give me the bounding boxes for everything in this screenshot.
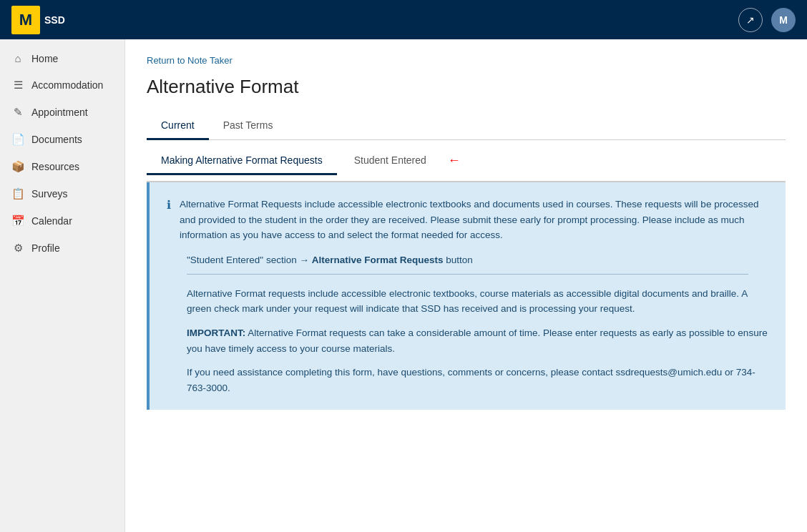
- info-middle-prefix: "Student Entered" section →: [187, 255, 312, 265]
- sidebar-label-profile: Profile: [31, 242, 60, 254]
- info-para1: Alternative Format requests include acce…: [187, 286, 768, 317]
- header-right: ↗ M: [738, 8, 796, 32]
- breadcrumb-link[interactable]: Return to Note Taker: [147, 55, 233, 66]
- resources-icon: 📦: [11, 160, 24, 173]
- info-middle-suffix: button: [444, 255, 473, 265]
- tabs-level1: Current Past Terms: [147, 112, 786, 140]
- sidebar-label-accommodation: Accommodation: [31, 79, 103, 91]
- external-link-button[interactable]: ↗: [738, 8, 763, 32]
- tab-past-terms[interactable]: Past Terms: [209, 112, 288, 140]
- sidebar-item-home[interactable]: ⌂ Home: [0, 45, 124, 72]
- sidebar-item-profile[interactable]: ⚙ Profile: [0, 235, 124, 262]
- calendar-icon: 📅: [11, 215, 24, 227]
- info-para2: IMPORTANT: Alternative Format requests c…: [187, 325, 768, 356]
- tabs-level2: Making Alternative Format Requests Stude…: [147, 140, 786, 182]
- page-title: Alternative Format: [147, 76, 786, 98]
- sidebar-label-appointment: Appointment: [31, 107, 88, 118]
- sidebar-label-documents: Documents: [31, 134, 82, 145]
- appointment-icon: ✎: [11, 106, 24, 119]
- info-divider: [187, 274, 748, 275]
- tab2-making-requests[interactable]: Making Alternative Format Requests: [147, 147, 337, 175]
- info-middle-link: Alternative Format Requests: [312, 255, 444, 265]
- sidebar-item-calendar[interactable]: 📅 Calendar: [0, 207, 124, 235]
- info-middle-text: "Student Entered" section → Alternative …: [187, 255, 768, 265]
- red-arrow-icon: ←: [448, 153, 461, 168]
- info-para2-rest: Alternative Format requests can take a c…: [187, 327, 768, 354]
- tab-current[interactable]: Current: [147, 112, 209, 140]
- info-main-text: Alternative Format Requests include acce…: [180, 197, 768, 243]
- logo-m-icon: M: [11, 6, 40, 34]
- sidebar-item-documents[interactable]: 📄 Documents: [0, 126, 124, 153]
- content-area: Return to Note Taker Alternative Format …: [125, 39, 807, 532]
- info-para3: If you need assistance completing this f…: [187, 365, 768, 395]
- logo-container: M SSD: [11, 6, 65, 34]
- sidebar-item-appointment[interactable]: ✎ Appointment: [0, 99, 124, 126]
- info-para2-strong: IMPORTANT:: [187, 327, 245, 338]
- info-box: ℹ Alternative Format Requests include ac…: [147, 182, 786, 410]
- content-inner: Return to Note Taker Alternative Format …: [125, 39, 807, 424]
- tab2-student-entered[interactable]: Student Entered: [340, 147, 441, 175]
- tab2-student-entered-wrapper: Student Entered ←: [337, 140, 464, 181]
- sidebar: ⌂ Home ☰ Accommodation ✎ Appointment 📄 D…: [0, 39, 125, 532]
- surveys-icon: 📋: [11, 187, 24, 200]
- sidebar-item-surveys[interactable]: 📋 Surveys: [0, 180, 124, 207]
- sidebar-label-home: Home: [31, 53, 58, 64]
- sidebar-label-calendar: Calendar: [31, 215, 72, 227]
- sidebar-label-surveys: Surveys: [31, 188, 68, 200]
- profile-icon: ⚙: [11, 242, 24, 255]
- top-header: M SSD ↗ M: [0, 0, 807, 39]
- info-circle-icon: ℹ: [167, 198, 171, 243]
- user-avatar[interactable]: M: [771, 8, 796, 32]
- sidebar-label-resources: Resources: [31, 161, 79, 172]
- sidebar-item-resources[interactable]: 📦 Resources: [0, 153, 124, 180]
- logo-ssd-text: SSD: [44, 14, 65, 26]
- main-layout: ⌂ Home ☰ Accommodation ✎ Appointment 📄 D…: [0, 39, 807, 532]
- documents-icon: 📄: [11, 133, 24, 146]
- accommodation-icon: ☰: [11, 79, 24, 92]
- info-box-top: ℹ Alternative Format Requests include ac…: [167, 197, 768, 243]
- sidebar-item-accommodation[interactable]: ☰ Accommodation: [0, 72, 124, 99]
- home-icon: ⌂: [11, 52, 24, 64]
